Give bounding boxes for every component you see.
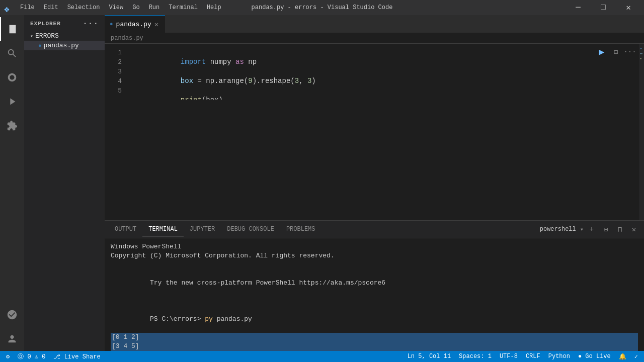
menu-help[interactable]: Help [203,3,225,12]
menu-file[interactable]: File [16,3,39,12]
status-feedback[interactable]: ✓ [632,353,640,360]
minimize-button[interactable]: ─ [567,0,590,15]
activity-source-control[interactable] [0,65,24,89]
activity-run-debug[interactable] [0,89,24,114]
tab-icon-python: ● [110,21,113,27]
editor-wrapper: 1 import numpy as np 2 3 box = np.arange… [105,44,644,220]
sidebar-title: Explorer [30,21,61,27]
activity-remote[interactable] [0,303,24,327]
chevron-down-icon[interactable]: ▾ [580,226,584,233]
status-cursor-position[interactable]: Ln 5, Col 11 [406,353,453,360]
minimap [639,44,644,220]
status-line-ending[interactable]: CRLF [524,353,542,360]
sidebar-section-errors: ▾ ERRORS ● pandas.py [24,30,105,51]
code-line-5: 5 print(box) [105,86,644,96]
activity-account[interactable] [0,327,24,351]
terminal-line-4: Try the new cross-platform PowerShell ht… [111,269,638,297]
split-terminal-button[interactable]: ⊟ [600,223,612,235]
line-content-5: print(box) [130,86,644,100]
activity-bar [0,15,24,351]
menu-run[interactable]: Run [145,3,164,12]
terminal-prompt: PS C:\errors> [150,315,205,323]
menu-go[interactable]: Go [128,3,143,12]
filename-label: pandas.py [44,42,79,49]
status-notifications[interactable]: 🔔 [617,353,628,360]
title-bar-left: ❖ File Edit Selection View Go Run Termin… [4,3,225,12]
menu-view[interactable]: View [105,3,127,12]
status-remote[interactable]: ⚙ [4,353,12,360]
status-live-share[interactable]: ⎇ Live Share [51,353,102,360]
terminal-actions: powershell ▾ + ⊟ ⊓ ✕ [540,223,640,235]
line-number-4: 4 [105,76,130,86]
menu-bar: File Edit Selection View Go Run Terminal… [16,3,225,12]
menu-selection[interactable]: Selection [63,3,104,12]
terminal-cmd-line: PS C:\errors> py pandas.py [111,306,638,333]
terminal-output-text-1: [0 1 2] [112,333,139,341]
window-title: pandas.py - errors - Visual Studio Code [252,4,393,11]
sidebar-folder-errors[interactable]: ▾ ERRORS [24,31,105,41]
title-bar: ❖ File Edit Selection View Go Run Termin… [0,0,644,15]
code-line-3: 3 box = np.arange(9).reshape(3, 3) [105,67,644,76]
editor-actions: ▶ ⊟ ··· [594,44,638,60]
title-bar-right: ─ □ ✕ [567,0,640,15]
terminal-panel: OUTPUT TERMINAL JUPYTER DEBUG CONSOLE PR… [105,220,644,351]
tab-jupyter[interactable]: JUPYTER [184,223,221,236]
menu-edit[interactable]: Edit [40,3,62,12]
terminal-output-text-2: [3 4 5] [112,342,139,350]
folder-name: ERRORS [35,32,59,40]
tab-label: pandas.py [116,21,151,28]
status-go-live[interactable]: ● Go Live [576,353,613,360]
status-bar-left: ⚙ ⓪ 0 ⚠ 0 ⎇ Live Share [4,352,103,361]
maximize-panel-button[interactable]: ⊓ [614,223,626,235]
vscode-icon: ❖ [4,4,12,12]
terminal-content[interactable]: Windows PowerShell Copyright (C) Microso… [105,238,644,351]
close-panel-button[interactable]: ✕ [628,223,640,235]
activity-explorer[interactable] [0,17,24,41]
code-editor[interactable]: 1 import numpy as np 2 3 box = np.arange… [105,44,644,100]
terminal-output-line-1: [0 1 2] [111,333,638,342]
status-encoding[interactable]: UTF-8 [498,353,520,360]
line-number-3: 3 [105,67,130,76]
breadcrumb: pandas.py [105,33,644,44]
run-button[interactable]: ▶ [596,46,608,58]
tab-output[interactable]: OUTPUT [109,223,142,236]
line-number-1: 1 [105,48,130,57]
status-spaces[interactable]: Spaces: 1 [457,353,494,360]
status-bar-right: Ln 5, Col 11 Spaces: 1 UTF-8 CRLF Python… [406,353,640,360]
sidebar-more-button[interactable]: ··· [83,19,99,28]
status-language[interactable]: Python [546,353,572,360]
terminal-cmd-args: pandas.py [213,315,252,323]
status-bar: ⚙ ⓪ 0 ⚠ 0 ⎇ Live Share Ln 5, Col 11 Spac… [0,351,644,362]
line-content-4 [130,76,644,86]
line-number-5: 5 [105,86,130,96]
status-errors[interactable]: ⓪ 0 ⚠ 0 [16,352,47,361]
code-line-1: 1 import numpy as np [105,48,644,57]
line-number-2: 2 [105,57,130,67]
tab-debug-console[interactable]: DEBUG CONSOLE [221,223,280,236]
editor-area: ● pandas.py ✕ pandas.py 1 import numpy a… [105,15,644,351]
terminal-pscore-text: Try the new cross-platform PowerShell ht… [150,279,385,287]
tab-problems[interactable]: PROBLEMS [280,223,321,236]
terminal-line-5 [111,297,638,306]
tab-close-button[interactable]: ✕ [154,20,158,29]
terminal-line-1: Windows PowerShell [111,242,638,251]
tab-pandas[interactable]: ● pandas.py ✕ [105,15,165,33]
close-button[interactable]: ✕ [617,0,640,15]
split-editor-button[interactable]: ⊟ [610,46,622,58]
terminal-line-3 [111,260,638,269]
activity-search[interactable] [0,41,24,65]
new-terminal-button[interactable]: + [586,223,598,235]
powershell-label: powershell [540,226,576,233]
activity-extensions[interactable] [0,114,24,138]
maximize-button[interactable]: □ [592,0,615,15]
python-file-icon: ● [38,43,42,49]
tab-terminal[interactable]: TERMINAL [142,223,184,236]
more-actions-button[interactable]: ··· [624,46,636,58]
sidebar-file-pandas[interactable]: ● pandas.py [24,41,105,50]
terminal-line-2: Copyright (C) Microsoft Corporation. All… [111,251,638,260]
breadcrumb-text: pandas.py [111,35,143,42]
main-layout: Explorer ··· ▾ ERRORS ● pandas.py ● pand… [0,15,644,351]
menu-terminal[interactable]: Terminal [165,3,202,12]
terminal-cmd-py: py [205,315,213,323]
terminal-output-line-2: [3 4 5] [111,342,638,351]
